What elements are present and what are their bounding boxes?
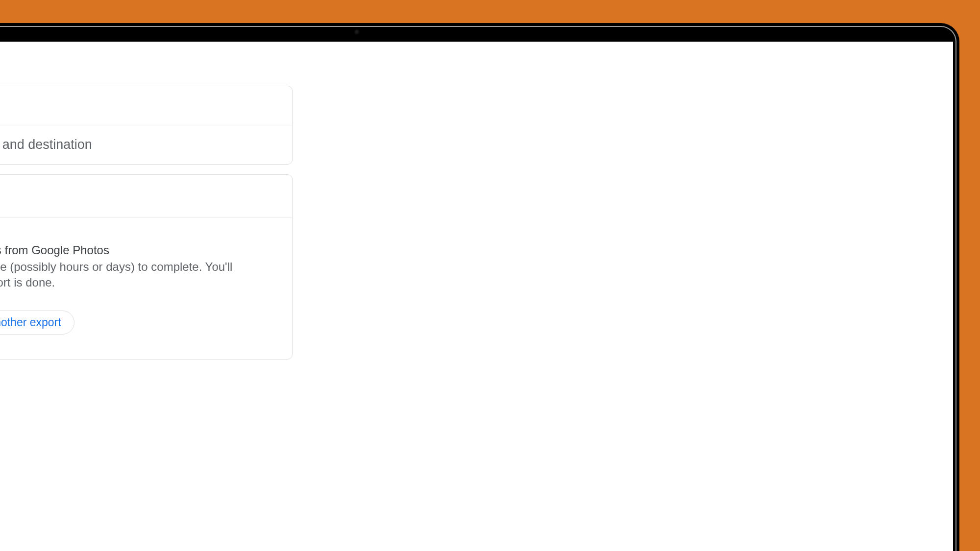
create-another-export-button[interactable]: Create another export: [0, 311, 74, 335]
status-title: Google is creating a copy of files from …: [0, 243, 273, 257]
export-progress-card: Export progress: [0, 174, 293, 359]
create-another-export-label: Create another export: [0, 316, 61, 329]
status-description: This process can take a long time (possi…: [0, 259, 243, 291]
laptop-camera: [354, 29, 360, 35]
page-title: CREATE A NEW EXPORT: [0, 55, 931, 66]
step-choose-file-type[interactable]: Choose file type, frequency and destinat…: [0, 125, 292, 164]
step-select-data[interactable]: Select data to include: [0, 86, 292, 125]
screen: CREATE A NEW EXPORT Select data to inclu…: [0, 42, 953, 551]
button-row: Cancel export Create another export: [0, 311, 273, 335]
status-row: Google is creating a copy of files from …: [0, 243, 273, 291]
progress-body: Google is creating a copy of files from …: [0, 218, 292, 359]
laptop-inner-bezel: CREATE A NEW EXPORT Select data to inclu…: [0, 26, 956, 551]
laptop-frame: CREATE A NEW EXPORT Select data to inclu…: [0, 23, 959, 551]
page-content: CREATE A NEW EXPORT Select data to inclu…: [0, 42, 953, 359]
steps-card: Select data to include Choose file type,…: [0, 86, 293, 165]
progress-header: Export progress: [0, 175, 292, 218]
step-label: Choose file type, frequency and destinat…: [0, 137, 92, 152]
progress-title: Export progress: [0, 189, 273, 204]
laptop-black-bezel: CREATE A NEW EXPORT Select data to inclu…: [0, 27, 956, 551]
status-text: Google is creating a copy of files from …: [0, 243, 273, 291]
